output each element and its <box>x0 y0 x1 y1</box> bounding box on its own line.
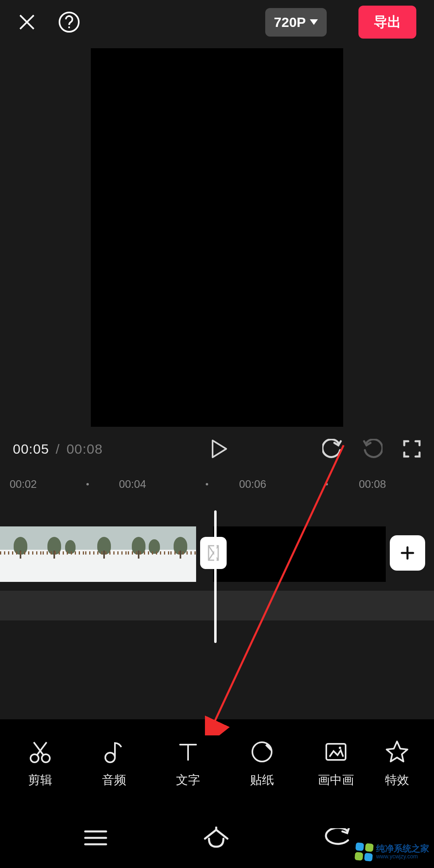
timeline[interactable] <box>0 510 434 647</box>
plus-icon <box>399 545 416 561</box>
svg-point-6 <box>252 742 272 762</box>
chevron-down-icon <box>310 19 318 25</box>
resolution-value: 720P <box>274 14 306 30</box>
redo-button[interactable] <box>362 439 383 459</box>
transport-bar: 00:05 / 00:08 <box>0 427 434 467</box>
tool-text[interactable]: 文字 <box>151 739 225 788</box>
ruler-tick: 00:02 <box>10 478 37 491</box>
close-icon <box>18 13 36 31</box>
close-button[interactable] <box>18 13 36 31</box>
home-icon <box>202 827 231 849</box>
tool-effects[interactable]: 特效 <box>373 739 421 788</box>
ruler-tick: 00:08 <box>359 478 386 491</box>
back-icon <box>324 828 351 848</box>
tool-dock: 剪辑 音频 文字 贴纸 画中画 特效 <box>0 719 434 808</box>
tool-pip[interactable]: 画中画 <box>299 739 373 788</box>
time-separator: / <box>56 441 60 457</box>
menu-icon <box>83 828 108 848</box>
svg-point-3 <box>31 754 39 762</box>
tool-edit[interactable]: 剪辑 <box>3 739 77 788</box>
audio-track[interactable] <box>0 591 434 620</box>
back-button[interactable] <box>324 828 351 848</box>
empty-clip-region[interactable] <box>213 526 386 582</box>
video-clip[interactable] <box>0 526 196 582</box>
svg-point-4 <box>42 754 50 762</box>
header-bar: 720P 导出 <box>0 0 434 44</box>
export-button[interactable]: 导出 <box>358 6 416 39</box>
home-button[interactable] <box>202 827 231 849</box>
ruler-dot <box>86 483 89 485</box>
transition-icon <box>207 544 220 562</box>
watermark-logo-icon <box>354 842 374 862</box>
svg-rect-7 <box>326 744 346 760</box>
time-ruler[interactable]: 00:02 00:04 00:06 00:08 <box>0 474 434 494</box>
tool-audio[interactable]: 音频 <box>77 739 151 788</box>
resolution-selector[interactable]: 720P <box>265 8 327 37</box>
help-icon <box>58 11 80 33</box>
tool-sticker[interactable]: 贴纸 <box>225 739 299 788</box>
playhead[interactable] <box>214 510 217 643</box>
video-preview[interactable] <box>91 48 343 427</box>
play-icon <box>209 438 229 460</box>
pip-icon <box>323 739 349 765</box>
fullscreen-icon <box>403 440 421 458</box>
play-button[interactable] <box>209 438 229 460</box>
watermark: 纯净系统之家 www.ycwjzy.com <box>355 843 429 861</box>
star-icon <box>384 739 410 765</box>
music-icon <box>101 739 127 765</box>
add-clip-button[interactable] <box>390 535 425 571</box>
ruler-dot <box>326 483 328 485</box>
time-total: 00:08 <box>66 441 102 457</box>
ruler-tick: 00:06 <box>239 478 266 491</box>
fullscreen-button[interactable] <box>403 440 421 458</box>
time-current: 00:05 <box>13 441 49 457</box>
time-display: 00:05 / 00:08 <box>13 441 103 457</box>
recents-button[interactable] <box>83 828 108 848</box>
undo-icon <box>322 439 342 459</box>
scissors-icon <box>27 739 53 765</box>
ruler-tick: 00:04 <box>119 478 146 491</box>
sticker-icon <box>249 739 275 765</box>
redo-icon <box>362 439 383 459</box>
svg-point-5 <box>105 753 115 762</box>
help-button[interactable] <box>58 11 80 33</box>
undo-button[interactable] <box>322 439 342 459</box>
ruler-dot <box>206 483 208 485</box>
text-icon <box>175 739 201 765</box>
transition-handle[interactable] <box>200 537 227 569</box>
svg-point-8 <box>339 747 341 749</box>
svg-point-1 <box>68 27 70 28</box>
